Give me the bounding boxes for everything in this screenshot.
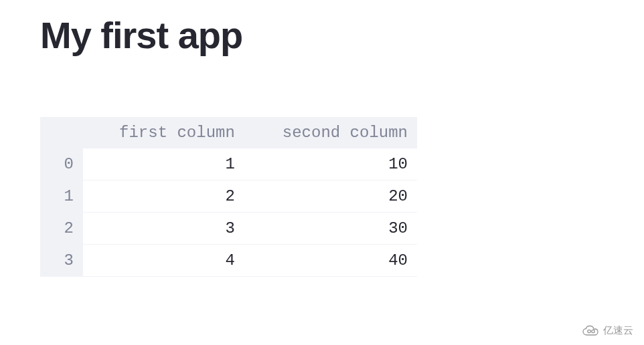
watermark: 亿速云 [582, 324, 633, 337]
dataframe-table: first column second column 0 1 10 1 2 20… [40, 117, 417, 277]
table-index-cell: 2 [40, 213, 83, 245]
table-index-cell: 0 [40, 148, 83, 181]
table-column-header: second column [244, 117, 417, 148]
table-index-cell: 1 [40, 181, 83, 213]
svg-point-1 [592, 330, 594, 332]
page-title: My first app [40, 13, 604, 57]
svg-point-0 [588, 330, 590, 332]
table-row: 2 3 30 [40, 213, 417, 245]
table-cell: 30 [244, 213, 417, 245]
cloud-icon [582, 325, 599, 337]
table-column-header: first column [83, 117, 244, 148]
table-cell: 10 [244, 148, 417, 181]
table-cell: 3 [83, 213, 244, 245]
table-cell: 1 [83, 148, 244, 181]
table-cell: 40 [244, 245, 417, 277]
table-header-row: first column second column [40, 117, 417, 148]
table-row: 0 1 10 [40, 148, 417, 181]
table-row: 3 4 40 [40, 245, 417, 277]
table-corner-cell [40, 117, 83, 148]
table-index-cell: 3 [40, 245, 83, 277]
watermark-text: 亿速云 [603, 324, 633, 337]
table-cell: 4 [83, 245, 244, 277]
table-row: 1 2 20 [40, 181, 417, 213]
table-cell: 2 [83, 181, 244, 213]
table-cell: 20 [244, 181, 417, 213]
